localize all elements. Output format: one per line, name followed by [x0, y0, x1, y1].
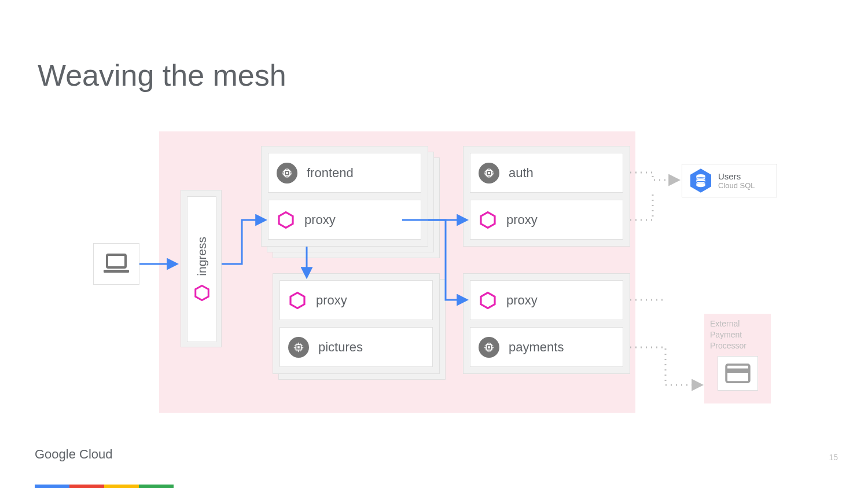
- payments-pod: proxy payments: [463, 273, 630, 374]
- external-payment-processor: External Payment Processor: [704, 314, 771, 403]
- auth-proxy-row: proxy: [470, 200, 623, 240]
- hexagon-icon: [193, 284, 211, 302]
- pictures-service-label: pictures: [318, 340, 363, 355]
- users-subtitle: Cloud SQL: [718, 181, 755, 190]
- database-icon: [690, 168, 711, 193]
- pictures-proxy-row: proxy: [279, 280, 433, 320]
- auth-proxy-label: proxy: [506, 212, 538, 228]
- laptop-icon: [102, 252, 130, 276]
- payproc-label: External Payment Processor: [710, 318, 765, 351]
- credit-card-icon: [725, 364, 751, 383]
- frontend-pod: frontend proxy: [261, 146, 428, 247]
- ingress-label: ingress: [195, 237, 209, 276]
- footer-color-bar: [35, 485, 174, 488]
- chip-icon: [277, 163, 297, 184]
- users-title: Users: [718, 171, 755, 181]
- chip-icon: [479, 163, 499, 184]
- hexagon-icon: [288, 291, 307, 310]
- frontend-proxy-label: proxy: [304, 212, 336, 228]
- client-laptop: [93, 243, 139, 285]
- hexagon-icon: [479, 211, 497, 229]
- frontend-proxy-row: proxy: [268, 200, 421, 240]
- payments-proxy-row: proxy: [470, 280, 623, 320]
- frontend-service-row: frontend: [268, 153, 421, 193]
- ingress-container: ingress: [181, 190, 222, 347]
- hexagon-icon: [277, 211, 295, 229]
- page-number: 15: [829, 453, 838, 462]
- payments-service-label: payments: [509, 340, 564, 355]
- chip-icon: [479, 337, 499, 358]
- frontend-service-label: frontend: [307, 166, 354, 181]
- payments-proxy-label: proxy: [506, 293, 538, 308]
- chip-icon: [288, 337, 309, 358]
- ingress-inner: ingress: [187, 196, 216, 342]
- pictures-service-row: pictures: [279, 327, 433, 367]
- auth-service-label: auth: [509, 166, 534, 181]
- slide-title: Weaving the mesh: [38, 58, 286, 93]
- pictures-proxy-label: proxy: [316, 293, 347, 308]
- footer-logo: Google Cloud: [35, 447, 113, 462]
- payments-service-row: payments: [470, 327, 623, 367]
- credit-card-icon-box: [718, 356, 758, 391]
- auth-pod: auth proxy: [463, 146, 630, 247]
- auth-service-row: auth: [470, 153, 623, 193]
- external-users-db: Users Cloud SQL: [682, 164, 777, 197]
- hexagon-icon: [479, 291, 497, 310]
- pictures-pod: proxy pictures: [273, 273, 440, 374]
